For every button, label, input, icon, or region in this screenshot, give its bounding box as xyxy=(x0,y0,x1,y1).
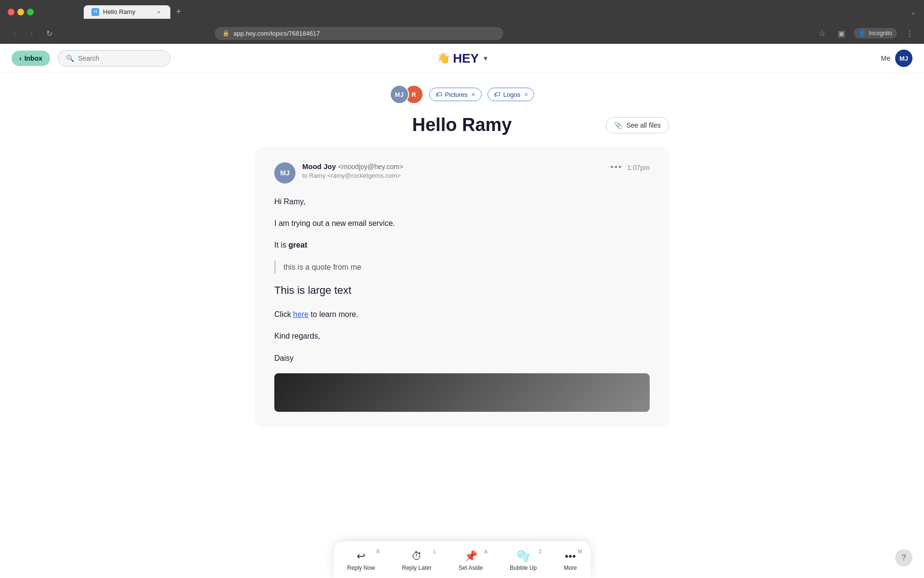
incognito-icon: 👤 xyxy=(859,30,866,37)
email-image-strip xyxy=(274,373,650,412)
tag-logos-label: Logos xyxy=(503,91,520,98)
reply-later-action[interactable]: L ⏱ Reply Later xyxy=(388,546,445,575)
email-line2: It is great xyxy=(274,238,650,251)
reply-later-label: Reply Later xyxy=(402,565,431,571)
topic-title-row: Hello Ramy 📎 See all files xyxy=(255,110,669,147)
more-action[interactable]: M ••• More xyxy=(550,546,590,575)
user-me-label: Me xyxy=(881,54,890,62)
inbox-button[interactable]: ‹ Inbox xyxy=(12,51,50,66)
topic-meta: MJ R 🏷 Pictures × 🏷 Logos × xyxy=(255,73,669,110)
email-blockquote-text: this is a quote from me xyxy=(283,263,361,271)
email-blockquote: this is a quote from me xyxy=(274,261,650,274)
action-bar: R ↩ Reply Now L ⏱ Reply Later A 📌 Set As… xyxy=(334,541,590,578)
hey-wave-icon: 👋 xyxy=(437,52,450,65)
close-window-button[interactable] xyxy=(8,9,14,15)
sender-email: <moodjoy@hey.com> xyxy=(338,163,403,171)
minimize-window-button[interactable] xyxy=(17,9,24,15)
bookmark-button[interactable]: ☆ xyxy=(815,26,829,40)
set-aside-label: Set Aside xyxy=(459,565,483,571)
set-aside-action[interactable]: A 📌 Set Aside xyxy=(445,546,497,575)
menu-button[interactable]: ⋮ xyxy=(903,26,916,40)
browser-tab-active[interactable]: H Hello Ramy × xyxy=(84,5,170,19)
new-tab-button[interactable]: + xyxy=(172,5,185,19)
reply-now-shortcut: R xyxy=(376,549,380,554)
tag-logos-icon: 🏷 xyxy=(494,91,500,98)
see-all-files-label: See all files xyxy=(626,121,661,129)
sender-name-row: Mood Joy <moodjoy@hey.com> xyxy=(302,162,610,171)
set-aside-shortcut: A xyxy=(484,549,488,554)
traffic-lights xyxy=(8,9,34,15)
paperclip-icon: 📎 xyxy=(614,121,622,129)
participants: MJ R xyxy=(390,85,424,104)
reply-later-shortcut: L xyxy=(434,549,436,554)
inbox-back-arrow: ‹ xyxy=(19,54,22,62)
more-icon: ••• xyxy=(565,550,576,563)
email-card: MJ Mood Joy <moodjoy@hey.com> to Ramy <r… xyxy=(255,147,669,427)
email-greeting: Hi Ramy, xyxy=(274,195,650,208)
email-large-text: This is large text xyxy=(274,281,650,299)
set-aside-icon: 📌 xyxy=(464,550,477,563)
search-icon: 🔍 xyxy=(66,54,74,62)
tag-logos-close[interactable]: × xyxy=(524,91,528,98)
browser-titlebar: H Hello Ramy × + ⌄ xyxy=(0,0,924,24)
more-shortcut: M xyxy=(578,549,581,554)
nav-buttons: ‹ › ↻ xyxy=(8,26,56,40)
to-line: to Ramy <ramy@rocketgems.com> xyxy=(302,172,610,179)
tab-favicon: H xyxy=(91,8,99,16)
participant-avatar-mj[interactable]: MJ xyxy=(390,85,409,104)
incognito-badge: 👤 Incognito xyxy=(854,28,897,39)
email-line3-prefix: Click xyxy=(274,310,293,318)
reply-now-action[interactable]: R ↩ Reply Now xyxy=(334,546,388,575)
email-meta: ••• 1:07pm xyxy=(610,162,650,172)
tag-pictures-close[interactable]: × xyxy=(472,91,475,98)
email-body: Hi Ramy, I am trying out a new email ser… xyxy=(274,195,650,412)
search-input[interactable] xyxy=(78,54,162,62)
bubble-up-action[interactable]: Z 🫧 Bubble Up xyxy=(496,546,550,575)
url-text: app.hey.com/topics/768184617 xyxy=(233,30,320,37)
email-line3: Click here to learn more. xyxy=(274,308,650,321)
sender-name: Mood Joy xyxy=(302,162,336,171)
reply-now-icon: ↩ xyxy=(357,550,365,563)
reply-now-label: Reply Now xyxy=(347,565,375,571)
sidebar-button[interactable]: ▣ xyxy=(834,26,848,40)
help-button[interactable]: ? xyxy=(895,549,912,566)
reply-later-icon: ⏱ xyxy=(411,550,422,563)
reload-button[interactable]: ↻ xyxy=(42,26,56,40)
search-bar[interactable]: 🔍 xyxy=(58,50,170,66)
tab-bar: H Hello Ramy × + xyxy=(76,5,193,19)
topic-area: MJ R 🏷 Pictures × 🏷 Logos × Hello Ramy 📎… xyxy=(245,73,679,427)
bubble-up-icon: 🫧 xyxy=(517,550,530,563)
browser-chrome: H Hello Ramy × + ⌄ ‹ › ↻ 🔒 app.hey.com/t… xyxy=(0,0,924,44)
hey-logo-text: HEY xyxy=(453,51,478,66)
email-line2-prefix: It is xyxy=(274,241,288,249)
email-options-button[interactable]: ••• xyxy=(610,162,622,172)
tag-pictures[interactable]: 🏷 Pictures × xyxy=(429,88,482,101)
user-avatar[interactable]: MJ xyxy=(895,50,912,67)
email-line1: I am trying out a new email service. xyxy=(274,217,650,230)
header-user: Me MJ xyxy=(881,50,912,67)
tab-expand-button[interactable]: ⌄ xyxy=(911,8,916,16)
email-closing: Kind regards, xyxy=(274,329,650,342)
tag-pictures-icon: 🏷 xyxy=(436,91,442,98)
email-line3-suffix: to learn more. xyxy=(308,310,358,318)
incognito-label: Incognito xyxy=(869,30,892,37)
email-image xyxy=(274,373,650,412)
forward-button[interactable]: › xyxy=(25,26,38,40)
browser-actions: ☆ ▣ 👤 Incognito ⋮ xyxy=(815,26,916,40)
topic-title: Hello Ramy xyxy=(412,115,512,135)
email-signature: Daisy xyxy=(274,352,650,365)
see-all-files-button[interactable]: 📎 See all files xyxy=(606,117,669,133)
tab-title: Hello Ramy xyxy=(103,8,135,15)
back-button[interactable]: ‹ xyxy=(8,26,21,40)
hey-chevron-icon: ▾ xyxy=(484,54,487,62)
app-content: ‹ Inbox 🔍 👋 HEY ▾ Me MJ MJ R 🏷 Pict xyxy=(0,44,924,578)
tag-pictures-label: Pictures xyxy=(445,91,468,98)
lock-icon: 🔒 xyxy=(222,30,230,37)
tab-close-button[interactable]: × xyxy=(155,8,163,16)
maximize-window-button[interactable] xyxy=(27,9,34,15)
email-here-link[interactable]: here xyxy=(293,310,308,318)
app-header: ‹ Inbox 🔍 👋 HEY ▾ Me MJ xyxy=(0,44,924,73)
url-bar[interactable]: 🔒 app.hey.com/topics/768184617 xyxy=(215,27,503,40)
hey-logo[interactable]: 👋 HEY ▾ xyxy=(437,51,487,66)
tag-logos[interactable]: 🏷 Logos × xyxy=(488,88,535,101)
